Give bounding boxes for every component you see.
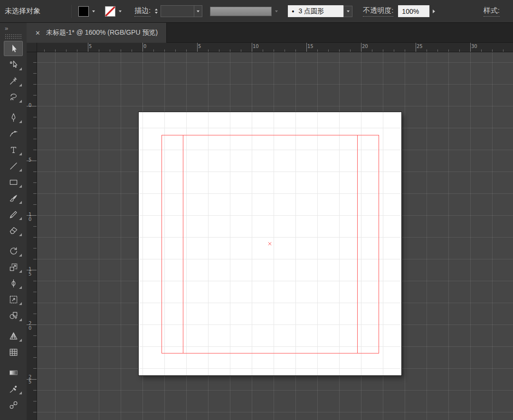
control-bar: 未选择对象 描边: • 3 点圆形 不透明度: 100% 样式: <box>0 0 513 23</box>
center-point-mark <box>267 241 272 246</box>
direct-selection-tool[interactable] <box>0 57 27 73</box>
ruler-number: 25 <box>28 375 32 384</box>
chevron-right-icon <box>433 10 435 13</box>
stroke-weight-select[interactable] <box>161 5 202 17</box>
ruler-number: 15 <box>28 267 32 277</box>
brush-preview-dot: • <box>292 8 294 15</box>
ruler-number: 15 <box>307 44 314 49</box>
fill-swatch[interactable] <box>78 6 89 17</box>
variable-width-profile-field[interactable] <box>210 7 272 16</box>
toolbar-grip[interactable] <box>5 34 22 39</box>
chevron-down-icon[interactable] <box>194 6 202 17</box>
ruler-number: 0 <box>143 44 146 49</box>
ruler-number: 5 <box>28 158 32 162</box>
width-tool[interactable] <box>0 275 27 291</box>
close-icon[interactable]: ✕ <box>35 29 40 37</box>
stroke-none-swatch[interactable] <box>105 6 115 17</box>
pen-tool[interactable] <box>0 109 27 125</box>
chevron-down-icon <box>119 10 122 12</box>
toolbar-group-gap <box>0 105 27 109</box>
stepper-down-icon <box>155 12 158 14</box>
brush-name: 3 点圆形 <box>298 7 324 16</box>
blend-tool[interactable] <box>0 397 27 413</box>
ruler-number: 0 <box>28 103 32 108</box>
style-label[interactable]: 样式: <box>484 6 500 17</box>
type-tool[interactable] <box>0 142 27 158</box>
magic-wand-tool[interactable] <box>0 73 27 89</box>
ruler-origin-corner[interactable] <box>27 43 37 52</box>
ruler-number: 25 <box>417 44 423 49</box>
document-tab[interactable]: ✕ 未标题-1* @ 1600% (RGB/GPU 预览) <box>27 23 167 43</box>
curvature-tool[interactable] <box>0 125 27 142</box>
shape-builder-tool[interactable] <box>0 307 27 324</box>
canvas[interactable] <box>37 52 513 420</box>
tools-panel: » <box>0 23 27 420</box>
ruler-number: 20 <box>28 321 32 331</box>
document-title: 未标题-1* @ 1600% (RGB/GPU 预览) <box>46 29 158 37</box>
rectangle-tool[interactable] <box>0 174 27 190</box>
separator <box>71 5 72 18</box>
chevron-down-icon <box>92 10 95 12</box>
opacity-field[interactable]: 100% <box>398 5 429 17</box>
rotate-tool[interactable] <box>0 243 27 259</box>
lasso-tool[interactable] <box>0 89 27 105</box>
toolbar-group-gap <box>0 360 27 364</box>
opacity-value: 100% <box>402 8 419 15</box>
ruler-number: 5 <box>198 44 201 49</box>
perspective-grid-tool[interactable] <box>0 328 27 344</box>
gradient-tool[interactable] <box>0 364 27 381</box>
document-tab-bar: ✕ 未标题-1* @ 1600% (RGB/GPU 预览) <box>27 23 513 43</box>
variable-width-dropdown[interactable] <box>273 6 280 17</box>
artboard[interactable] <box>139 112 401 375</box>
ruler-number: 10 <box>253 44 259 49</box>
chevron-down-icon <box>347 10 350 12</box>
horizontal-ruler[interactable]: 5 0 5 10 15 20 25 30 <box>37 43 513 52</box>
toolbar-group-gap <box>0 324 27 328</box>
guide-vertical-right[interactable] <box>357 135 358 353</box>
eyedropper-tool[interactable] <box>0 381 27 397</box>
toolbar-group-gap <box>0 239 27 243</box>
brush-dropdown[interactable] <box>343 6 352 17</box>
eraser-tool[interactable] <box>0 222 27 239</box>
ruler-number: 30 <box>471 44 477 49</box>
scale-tool[interactable] <box>0 259 27 275</box>
guide-vertical-left[interactable] <box>183 135 183 353</box>
shaper-tool[interactable] <box>0 206 27 222</box>
opacity-label[interactable]: 不透明度: <box>363 6 393 17</box>
toolbar-tools <box>0 40 27 413</box>
ruler-number: 5 <box>89 44 92 49</box>
chevron-down-icon <box>275 10 278 12</box>
selection-tool[interactable] <box>0 40 27 57</box>
brush-definition-field[interactable]: • 3 点圆形 <box>288 5 343 17</box>
stroke-swatch-dropdown[interactable] <box>116 6 124 17</box>
expand-panel-icon[interactable]: » <box>5 25 27 32</box>
vertical-ruler[interactable]: 0 5 10 15 20 25 <box>27 52 37 420</box>
mesh-tool[interactable] <box>0 344 27 360</box>
stroke-weight-label[interactable]: 描边: <box>134 6 151 17</box>
stroke-weight-stepper[interactable] <box>155 9 158 14</box>
selection-status: 未选择对象 <box>5 7 66 16</box>
fill-swatch-dropdown[interactable] <box>90 6 97 17</box>
free-transform-tool[interactable] <box>0 291 27 307</box>
stepper-up-icon <box>155 9 158 10</box>
paintbrush-tool[interactable] <box>0 190 27 206</box>
opacity-expand-button[interactable] <box>429 5 438 17</box>
ruler-number: 10 <box>28 212 32 222</box>
line-segment-tool[interactable] <box>0 158 27 174</box>
ruler-number: 20 <box>362 44 368 49</box>
